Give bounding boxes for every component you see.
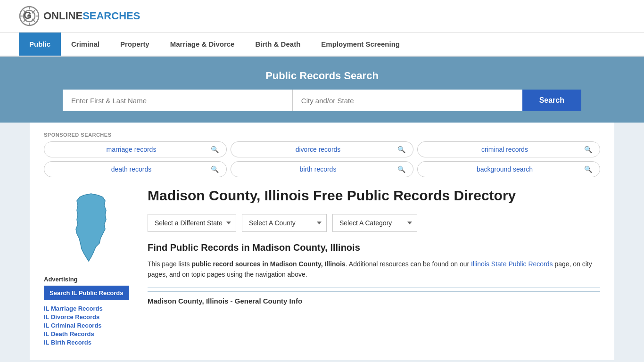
- main-wrapper: SPONSORED SEARCHES marriage records 🔍 di…: [0, 123, 644, 360]
- tag-death[interactable]: death records 🔍: [44, 161, 227, 177]
- search-button[interactable]: Search: [522, 90, 581, 111]
- find-title: Find Public Records in Madison County, I…: [148, 242, 600, 253]
- page-title: Madison County, Illinois Free Public Rec…: [148, 187, 600, 205]
- dropdowns: Select a Different State Select A County…: [148, 214, 600, 232]
- tag-divorce-text: divorce records: [239, 146, 397, 153]
- main-nav: Public Criminal Property Marriage & Divo…: [0, 33, 644, 57]
- location-input[interactable]: [293, 90, 522, 111]
- logo-online: ONLINE: [43, 10, 83, 22]
- sidebar-link-0[interactable]: IL Marriage Records: [44, 305, 138, 312]
- tag-criminal-text: criminal records: [425, 146, 584, 153]
- search-tags: marriage records 🔍 divorce records 🔍 cri…: [44, 141, 600, 177]
- sidebar-link-4[interactable]: IL Birth Records: [44, 339, 138, 346]
- search-icon-4: 🔍: [397, 165, 405, 173]
- search-icon-0: 🔍: [211, 146, 219, 153]
- search-icon-1: 🔍: [397, 146, 405, 153]
- nav-item-property[interactable]: Property: [110, 33, 160, 56]
- tag-marriage-text: marriage records: [52, 146, 211, 153]
- sidebar-link-3[interactable]: IL Death Records: [44, 330, 138, 337]
- search-banner: Public Records Search Search: [0, 57, 644, 123]
- nav-item-public[interactable]: Public: [19, 33, 61, 56]
- search-icon-3: 🔍: [211, 165, 219, 173]
- tag-criminal[interactable]: criminal records 🔍: [417, 141, 600, 157]
- tag-birth[interactable]: birth records 🔍: [231, 161, 413, 177]
- nav-item-marriage-divorce[interactable]: Marriage & Divorce: [160, 33, 245, 56]
- tag-birth-text: birth records: [239, 165, 397, 173]
- sidebar-links: IL Marriage Records IL Divorce Records I…: [44, 305, 138, 346]
- content-area: SPONSORED SEARCHES marriage records 🔍 di…: [30, 123, 614, 360]
- left-sidebar: Advertising Search IL Public Records IL …: [44, 187, 138, 346]
- sponsored-label: SPONSORED SEARCHES: [44, 132, 600, 138]
- find-text: This page lists public record sources in…: [148, 259, 600, 280]
- advertising-label: Advertising: [44, 276, 138, 283]
- nav-item-criminal[interactable]: Criminal: [61, 33, 110, 56]
- logo-searches: SEARCHES: [83, 10, 140, 22]
- divider: [148, 287, 600, 288]
- find-text-2: . Additional resources can be found on o…: [346, 260, 471, 268]
- tag-marriage[interactable]: marriage records 🔍: [44, 141, 227, 157]
- county-dropdown[interactable]: Select A County: [242, 214, 327, 232]
- tag-background[interactable]: background search 🔍: [417, 161, 600, 177]
- content-body: Advertising Search IL Public Records IL …: [44, 187, 600, 346]
- tag-background-text: background search: [425, 165, 584, 173]
- find-text-bold: public record sources in Madison County,…: [191, 260, 345, 268]
- tag-divorce[interactable]: divorce records 🔍: [231, 141, 413, 157]
- logo: G ONLINE SEARCHES: [19, 6, 140, 26]
- search-form: Search: [63, 90, 581, 111]
- sidebar-link-2[interactable]: IL Criminal Records: [44, 322, 138, 329]
- search-banner-title: Public Records Search: [19, 70, 625, 82]
- search-icon-5: 🔍: [584, 165, 592, 173]
- svg-text:G: G: [24, 9, 32, 21]
- find-link[interactable]: Illinois State Public Records: [471, 260, 553, 268]
- nav-item-employment[interactable]: Employment Screening: [311, 33, 410, 56]
- illinois-map: [63, 191, 119, 267]
- nav-item-birth-death[interactable]: Birth & Death: [245, 33, 311, 56]
- header: G ONLINE SEARCHES: [0, 0, 644, 33]
- main-content: Madison County, Illinois Free Public Rec…: [148, 187, 600, 346]
- search-icon-2: 🔍: [584, 146, 592, 153]
- find-text-1: This page lists: [148, 260, 191, 268]
- general-info-title: Madison County, Illinois - General Count…: [148, 291, 600, 310]
- logo-text: ONLINE SEARCHES: [43, 10, 140, 22]
- name-input[interactable]: [63, 90, 293, 111]
- sidebar-link-1[interactable]: IL Divorce Records: [44, 313, 138, 321]
- tag-death-text: death records: [52, 165, 211, 173]
- category-dropdown[interactable]: Select A Category: [332, 214, 417, 232]
- logo-icon: G: [19, 6, 40, 26]
- ad-button[interactable]: Search IL Public Records: [44, 286, 129, 300]
- state-dropdown[interactable]: Select a Different State: [148, 214, 236, 232]
